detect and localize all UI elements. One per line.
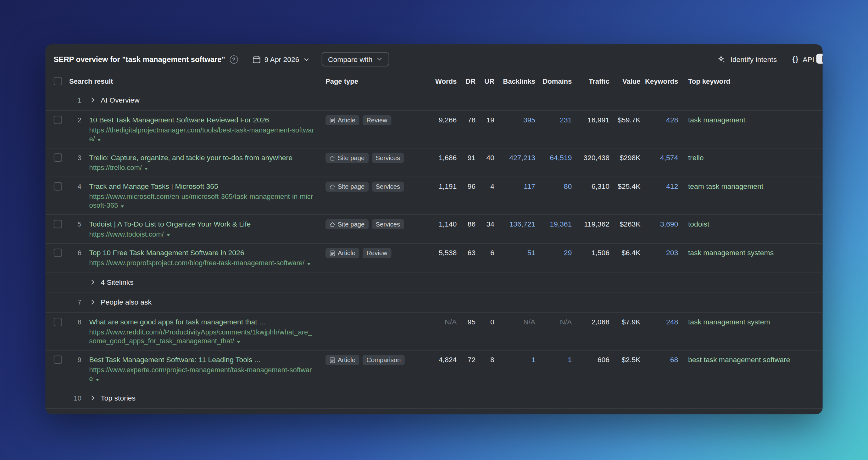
result-url-link[interactable]: https://www.reddit.com/r/ProductivityApp…	[89, 329, 312, 345]
column-header-domains[interactable]: Domains	[535, 78, 572, 85]
top-keyword-link[interactable]: best task management software	[688, 356, 790, 364]
keywords-link[interactable]: 68	[641, 355, 678, 364]
row-number: 8	[69, 317, 82, 328]
top-keyword-link[interactable]: todoist	[688, 220, 709, 228]
top-keyword-link[interactable]: task management systems	[688, 249, 774, 257]
url-dropdown-caret[interactable]	[307, 263, 311, 265]
date-picker[interactable]: 9 Apr 2026	[252, 55, 309, 63]
result-title-link[interactable]: Track and Manage Tasks | Microsoft 365	[89, 182, 314, 191]
row-number: 2	[69, 115, 82, 125]
help-icon[interactable]: ?	[229, 55, 238, 63]
result-title-link[interactable]: 10 Best Task Management Software Reviewe…	[89, 115, 314, 125]
result-url-link[interactable]: https://thedigitalprojectmanager.com/too…	[89, 126, 314, 143]
column-header-words[interactable]: Words	[424, 78, 457, 85]
checkbox-cell	[54, 219, 69, 230]
result-title-link[interactable]: Top 10 Free Task Management Software in …	[89, 248, 314, 258]
domains-link[interactable]: 19,361	[535, 219, 572, 229]
top-keyword-link[interactable]: task management	[688, 116, 745, 124]
column-header-backlinks[interactable]: Backlinks	[494, 78, 535, 85]
serp-feature-toggle[interactable]: 4 Sitelinks	[82, 277, 814, 287]
dr-cell: 72	[457, 355, 475, 364]
page-type-cell: Site pageServices	[321, 153, 424, 163]
top-keyword-link[interactable]: task management system	[688, 318, 770, 326]
row-checkbox[interactable]	[54, 356, 62, 364]
keywords-link[interactable]: 203	[641, 248, 678, 258]
result-url-link[interactable]: https://www.proprofsproject.com/blog/fre…	[89, 259, 304, 267]
domains-link[interactable]: 29	[535, 248, 572, 258]
domains-link[interactable]: 231	[535, 115, 572, 125]
top-keyword-link[interactable]: team task management	[688, 182, 763, 190]
url-dropdown-caret[interactable]	[237, 341, 240, 343]
column-header-value[interactable]: Value	[610, 78, 641, 85]
row-checkbox[interactable]	[54, 182, 62, 190]
compare-with-button[interactable]: Compare with	[321, 52, 389, 66]
api-button[interactable]: {} API	[792, 55, 814, 63]
result-url-link[interactable]: https://www.todoist.com/	[89, 230, 163, 238]
backlinks-link[interactable]: 136,721	[494, 219, 535, 229]
domains-link[interactable]: 64,519	[535, 153, 572, 162]
serp-feature-toggle[interactable]: Top stories	[82, 393, 814, 403]
checkbox-cell	[54, 248, 69, 258]
url-dropdown-caret[interactable]	[121, 206, 124, 208]
column-header-top-keyword[interactable]: Top keyword	[678, 78, 814, 85]
page-type-cell: ArticleReview	[321, 248, 424, 258]
row-checkbox[interactable]	[54, 220, 62, 228]
backlinks-link[interactable]: 1	[494, 355, 535, 364]
identify-intents-button[interactable]: Identify intents	[718, 55, 777, 63]
dr-cell: 86	[457, 219, 475, 229]
dr-cell: 91	[457, 153, 475, 162]
top-keyword-link[interactable]: trello	[688, 154, 704, 162]
top-keyword-cell: trello	[678, 153, 814, 162]
page-type-badge: Site page	[326, 182, 369, 192]
page-type-badge: Article	[326, 115, 359, 125]
url-dropdown-caret[interactable]	[145, 168, 148, 170]
row-checkbox[interactable]	[54, 318, 62, 326]
words-cell: 1,191	[424, 182, 457, 191]
column-header-keywords[interactable]: Keywords	[641, 78, 678, 85]
identify-intents-label: Identify intents	[731, 55, 777, 63]
row-checkbox[interactable]	[54, 249, 62, 257]
row-checkbox[interactable]	[54, 116, 62, 124]
row-number: 1	[69, 95, 82, 105]
column-header-page-type[interactable]: Page type	[321, 78, 424, 85]
checkbox-cell	[54, 393, 69, 394]
backlinks-link[interactable]: 427,213	[494, 153, 535, 162]
column-header-search-result[interactable]: Search result	[69, 78, 321, 85]
table-body: 1AI Overview210 Best Task Management Sof…	[45, 90, 823, 409]
backlinks-link[interactable]: 395	[494, 115, 535, 125]
keywords-link[interactable]: 4,574	[641, 153, 678, 162]
result-title-link[interactable]: Trello: Capture, organize, and tackle yo…	[89, 153, 314, 162]
serp-feature-toggle[interactable]: People also ask	[82, 297, 814, 307]
select-all-checkbox[interactable]	[54, 77, 62, 85]
ur-cell: 40	[475, 153, 494, 162]
url-dropdown-caret[interactable]	[96, 379, 99, 381]
backlinks-link[interactable]: 51	[494, 248, 535, 258]
result-title-link[interactable]: Todoist | A To-Do List to Organize Your …	[89, 219, 314, 229]
domains-link[interactable]: 80	[535, 182, 572, 191]
result-url-link[interactable]: https://trello.com/	[89, 164, 142, 172]
keywords-link[interactable]: 412	[641, 182, 678, 191]
page-type-cell: ArticleComparison	[321, 355, 424, 365]
result-title-link[interactable]: What are some good apps for task managem…	[89, 317, 314, 327]
result-url-link[interactable]: https://www.experte.com/project-manageme…	[89, 366, 312, 382]
column-header-dr[interactable]: DR	[457, 78, 475, 85]
dr-cell: 63	[457, 248, 475, 258]
top-keyword-cell: todoist	[678, 219, 814, 229]
url-dropdown-caret[interactable]	[98, 139, 101, 141]
keywords-link[interactable]: 248	[641, 317, 678, 327]
result-title-link[interactable]: Best Task Management Software: 11 Leadin…	[89, 355, 314, 364]
column-header-ur[interactable]: UR	[475, 78, 494, 85]
domains-link[interactable]: 1	[535, 355, 572, 364]
checkbox-cell	[54, 297, 69, 298]
panel-collapse-button[interactable]	[816, 54, 823, 64]
table-row: 5Todoist | A To-Do List to Organize Your…	[45, 215, 823, 244]
top-keyword-cell: task management	[678, 115, 814, 125]
column-header-traffic[interactable]: Traffic	[572, 78, 610, 85]
page-type-cell: Site pageServices	[321, 182, 424, 192]
serp-feature-toggle[interactable]: AI Overview	[82, 95, 814, 105]
backlinks-link[interactable]: 117	[494, 182, 535, 191]
keywords-link[interactable]: 428	[641, 115, 678, 125]
keywords-link[interactable]: 3,690	[641, 219, 678, 229]
url-dropdown-caret[interactable]	[166, 235, 170, 237]
row-checkbox[interactable]	[54, 154, 62, 162]
